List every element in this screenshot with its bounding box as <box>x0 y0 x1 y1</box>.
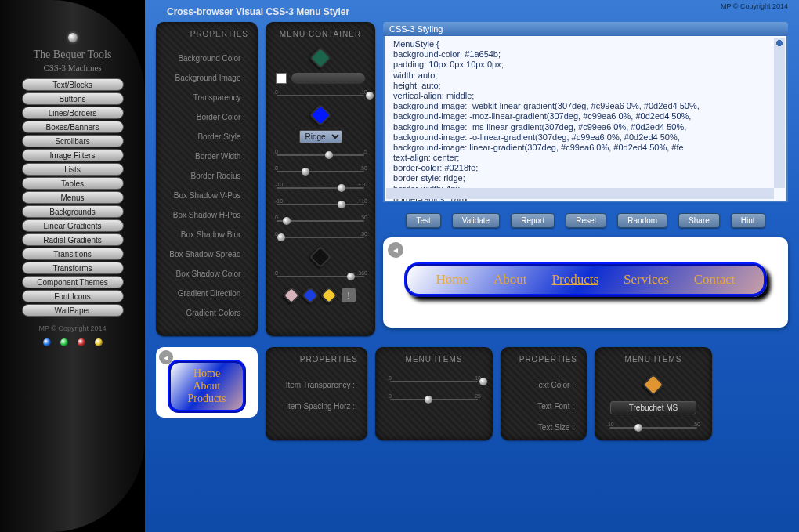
sidebar-item-radial-gradients[interactable]: Radial Gradients <box>22 233 124 246</box>
sidebar-item-backgrounds[interactable]: Backgrounds <box>22 205 124 218</box>
gradient-color-swatch[interactable] <box>283 287 301 305</box>
transparency-slider[interactable]: .0.10 <box>273 91 367 100</box>
sidebar-copyright: MP © Copyright 2014 <box>0 324 145 332</box>
bg-image-bar[interactable] <box>291 73 365 84</box>
vertical-menu-preview: ◂ HomeAboutProducts <box>156 347 258 418</box>
panel-properties-container: PROPERTIES Background Color :Background … <box>156 22 258 336</box>
property-label: Transparency : <box>165 93 245 102</box>
vmenu-item-home[interactable]: Home <box>171 367 243 380</box>
share-button[interactable]: Share <box>678 213 720 228</box>
sidebar-item-tables[interactable]: Tables <box>22 177 124 190</box>
text-ctrls-heading: MENU ITEMS <box>625 355 682 364</box>
main-area: MP © Copyright 2014 Cross-browser Visual… <box>145 0 799 532</box>
preview-menu: HomeAboutProductsServicesContact <box>404 262 767 297</box>
led-icon <box>95 338 103 346</box>
vmenu-item-about[interactable]: About <box>171 380 243 393</box>
validate-button[interactable]: Validate <box>452 213 500 228</box>
code-text: .MenuStyle { background-color: #1a654b; … <box>391 39 780 202</box>
menu-item-products[interactable]: Products <box>552 272 599 288</box>
text-size-slider[interactable]: .10.50 <box>606 423 700 432</box>
sidebar-item-image-filters[interactable]: Image Filters <box>22 149 124 161</box>
border-radius-slider[interactable]: .0.50 <box>273 167 367 176</box>
sidebar-item-transitions[interactable]: Transitions <box>22 248 124 260</box>
sidebar-item-menus[interactable]: Menus <box>22 191 124 204</box>
hint-button[interactable]: Hint <box>731 213 765 228</box>
text-color-swatch[interactable] <box>642 374 664 396</box>
property-label: Border Radius : <box>165 172 245 180</box>
sidebar-item-scrollbars[interactable]: Scrollbars <box>22 135 124 147</box>
panel-text-controls: MENU ITEMS Trebuchet MS .10.50 <box>595 347 712 440</box>
sidebar-subtitle: CSS-3 Machines <box>0 63 145 72</box>
bg-color-swatch[interactable] <box>309 47 331 69</box>
text-font-button[interactable]: Trebuchet MS <box>610 401 696 414</box>
property-label: Border Color : <box>165 113 245 121</box>
property-label: Box Shadow H-Pos : <box>165 211 245 219</box>
border-width-slider[interactable]: .0.5 <box>273 150 367 160</box>
menu-item-about[interactable]: About <box>494 272 527 288</box>
border-style-select[interactable]: Ridge <box>299 130 342 143</box>
random-button[interactable]: Random <box>617 213 667 228</box>
menu-item-contact[interactable]: Contact <box>694 272 736 288</box>
code-heading: CSS-3 Styling <box>383 22 788 36</box>
text-color-label: Text Color : <box>510 381 574 389</box>
property-label: Background Image : <box>165 74 245 82</box>
text-size-label: Text Size : <box>510 423 574 432</box>
item-transparency-slider[interactable]: .0.10 <box>387 377 481 386</box>
border-color-swatch[interactable] <box>309 104 331 126</box>
gradient-color-swatch[interactable] <box>320 287 338 305</box>
sidebar-item-linear-gradients[interactable]: Linear Gradients <box>22 219 124 232</box>
sidebar: The Bequer Tools CSS-3 Machines Text/Blo… <box>0 0 145 532</box>
report-button[interactable]: Report <box>511 213 555 228</box>
property-label: Background Color : <box>165 54 245 63</box>
led-icon <box>60 338 68 346</box>
sidebar-title: The Bequer Tools <box>0 49 145 61</box>
property-label: Box Shadow Spread : <box>165 250 245 259</box>
property-label: Gradient Direction : <box>165 289 245 298</box>
sidebar-item-lines-borders[interactable]: Lines/Borders <box>22 107 124 119</box>
sidebar-item-lists[interactable]: Lists <box>22 163 124 176</box>
sidebar-item-wallpaper[interactable]: WallPaper <box>22 304 124 317</box>
gradient-color-swatch[interactable] <box>302 287 320 305</box>
shadow-v-slider[interactable]: .-10.+10 <box>273 183 367 193</box>
bg-image-preview[interactable] <box>276 73 287 84</box>
sidebar-item-buttons[interactable]: Buttons <box>22 92 124 105</box>
shadow-spread-slider[interactable]: .0.50 <box>273 233 367 242</box>
item-props-heading: PROPERTIES <box>275 355 358 364</box>
item-transparency-label: Item Transparency : <box>275 381 355 389</box>
item-spacing-slider[interactable]: .0.25 <box>387 395 481 404</box>
menu-item-services[interactable]: Services <box>624 272 669 288</box>
scrollbar-horizontal[interactable] <box>386 188 774 199</box>
property-label: Border Style : <box>165 132 245 141</box>
menu-preview: ◂ HomeAboutProductsServicesContact <box>383 237 788 328</box>
property-label: Box Shadow Color : <box>165 270 245 278</box>
shadow-color-swatch[interactable] <box>309 246 331 268</box>
reset-button[interactable]: Reset <box>566 213 606 228</box>
sidebar-item-transforms[interactable]: Transforms <box>22 262 124 274</box>
code-column: CSS-3 Styling .MenuStyle { background-co… <box>383 22 788 336</box>
panel-text-properties: PROPERTIES Text Color : Text Font : Text… <box>501 347 587 440</box>
gradient-direction-slider[interactable]: .0.360 <box>273 272 367 281</box>
shadow-h-slider[interactable]: .-10.+10 <box>273 200 367 209</box>
code-body[interactable]: .MenuStyle { background-color: #1a654b; … <box>383 36 788 202</box>
property-label: Box Shadow Blur : <box>165 230 245 239</box>
menu-container-heading: MENU CONTAINER <box>280 30 361 38</box>
shadow-blur-slider[interactable]: .0.50 <box>273 216 367 226</box>
sidebar-item-boxes-banners[interactable]: Boxes/Banners <box>22 121 124 133</box>
scrollbar-vertical[interactable] <box>774 38 785 188</box>
vmenu-item-products[interactable]: Products <box>171 393 243 405</box>
item-spacing-label: Item Spacing Horz : <box>275 402 355 411</box>
property-label: Border Width : <box>165 152 245 161</box>
sidebar-item-font-icons[interactable]: Font Icons <box>22 290 124 302</box>
panel-item-controls: MENU ITEMS .0.10 .0.25 <box>375 347 493 440</box>
sidebar-item-text-blocks[interactable]: Text/Blocks <box>22 78 124 91</box>
sidebar-item-component-themes[interactable]: Component Themes <box>22 276 124 288</box>
chevron-left-icon[interactable]: ◂ <box>388 242 403 258</box>
text-props-heading: PROPERTIES <box>510 355 577 364</box>
property-label: Gradient Colors : <box>165 309 245 317</box>
chevron-left-icon[interactable]: ◂ <box>159 350 173 364</box>
menu-item-home[interactable]: Home <box>436 272 468 288</box>
led-icon <box>78 338 85 346</box>
test-button[interactable]: Test <box>406 213 440 228</box>
page-title: Cross-browser Visual CSS-3 Menu Styler <box>167 6 788 17</box>
gradient-add-button[interactable]: ! <box>342 288 356 302</box>
